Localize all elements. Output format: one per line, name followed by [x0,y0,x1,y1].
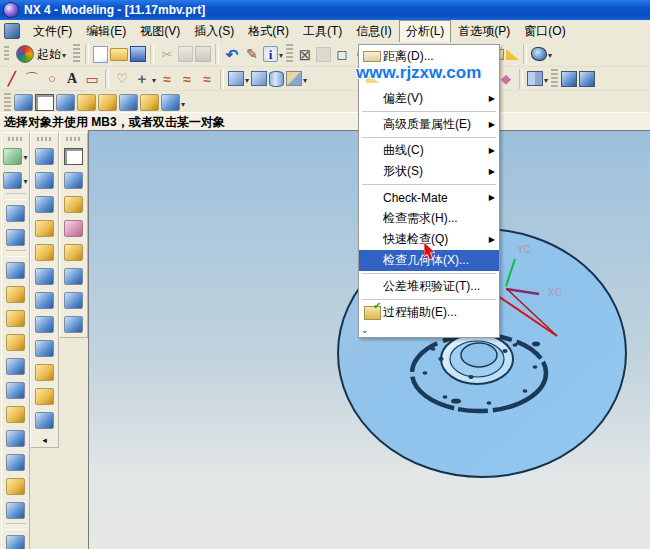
menu-item-process-aid[interactable]: 过程辅助(E)... ▶ [359,302,499,323]
menubar-item[interactable]: 分析(L) [399,20,452,43]
assembly-navigator-icon[interactable] [61,169,87,191]
chamfer-icon[interactable] [3,532,29,549]
trim-body-icon[interactable] [3,451,29,473]
toolbar-grip[interactable] [66,137,82,141]
assembly-icon[interactable] [578,69,596,89]
menubar-item[interactable]: 视图(V) [133,20,187,43]
component-pattern-icon[interactable] [34,93,55,113]
shaded-view-icon[interactable] [315,44,332,64]
zoom-region-icon[interactable] [332,44,352,64]
reuse-library-icon[interactable] [61,193,87,215]
boss-icon[interactable] [3,307,29,329]
collapse-toolbar-arrow[interactable]: ◂ [32,433,58,447]
copy-icon[interactable] [177,44,194,64]
snap-point-button[interactable] [3,169,29,191]
hole-icon[interactable] [3,283,29,305]
menu-item-tolerance-stackup-validation[interactable]: 公差堆积验证(T)... ▶ [359,276,499,297]
menu-item-advanced-mass-properties[interactable]: 高级质量属性(E) ▶ [359,114,499,135]
menu-item-curve[interactable]: 曲线(C) ▶ [359,140,499,161]
menu-item-shape[interactable]: 形状(S) ▶ [359,161,499,182]
solid-body-icon[interactable] [560,69,578,89]
menu-item-check-mate[interactable]: Check-Mate ▶ [359,187,499,208]
menubar-item[interactable]: 工具(T) [296,20,349,43]
replace-component-icon[interactable] [97,93,118,113]
sweep-feature-icon[interactable] [32,193,58,215]
studio-spline-icon[interactable] [177,69,197,89]
sew-icon[interactable] [32,409,58,431]
menu-item-check-requirement[interactable]: 检查需求(H)... ▶ [359,208,499,229]
toolbar-grip[interactable] [4,46,9,62]
selection-filter-button[interactable] [3,145,29,167]
mirror-feature-icon[interactable] [526,69,549,89]
shell-icon[interactable] [3,427,29,449]
menubar-item[interactable]: 格式(R) [241,20,296,43]
save-icon[interactable] [129,44,147,64]
direct-sketch-icon[interactable] [242,44,262,64]
rectangle-icon[interactable] [82,69,102,89]
menubar-item[interactable]: 文件(F) [26,20,79,43]
fit-view-icon[interactable] [295,44,315,64]
revolve-icon[interactable] [250,69,268,89]
information-icon[interactable] [262,44,284,64]
menubar-item[interactable]: 首选项(P) [451,20,517,43]
menubar-item[interactable]: 信息(I) [349,20,398,43]
menu-item-deviation[interactable]: 偏差(V) ▶ [359,88,499,109]
circle-icon[interactable] [42,69,62,89]
expression-icon[interactable] [3,379,29,401]
new-file-icon[interactable] [92,44,109,64]
text-icon[interactable] [62,69,82,89]
assembly-constraint-icon[interactable] [13,93,34,113]
sketch-icon[interactable] [3,202,29,224]
extrude-icon[interactable] [227,69,250,89]
pad-icon[interactable] [3,355,29,377]
tool-palette-icon[interactable] [61,241,87,263]
roles-icon[interactable] [61,289,87,311]
fit-spline-icon[interactable] [197,69,217,89]
cut-icon[interactable] [157,44,177,64]
spline-icon[interactable] [157,69,177,89]
collapse-toolbar-arrow[interactable]: ◂ [61,337,87,338]
pocket-icon[interactable] [3,331,29,353]
offset-surface-icon[interactable] [32,337,58,359]
n-sided-surface-icon[interactable] [32,313,58,335]
sphere-icon[interactable] [3,226,29,248]
profile-icon[interactable] [112,69,132,89]
menubar-item[interactable]: 编辑(E) [79,20,133,43]
undo-icon[interactable] [222,44,242,64]
block-icon[interactable] [3,259,29,281]
web-browser-icon[interactable] [61,265,87,287]
cylinder-icon[interactable] [268,69,285,89]
add-component-icon[interactable] [55,93,76,113]
datum-axis-icon[interactable] [132,69,157,89]
extrude-feature-icon[interactable] [32,145,58,167]
blend-icon[interactable] [3,499,29,521]
mating-condition-icon[interactable] [118,93,139,113]
bounded-plane-icon[interactable] [32,361,58,383]
exploded-view-icon[interactable] [139,93,160,113]
toolbar-grip[interactable] [37,137,53,141]
open-file-icon[interactable] [109,44,129,64]
system-materials-icon[interactable] [61,313,87,335]
menubar-item[interactable]: 插入(S) [187,20,241,43]
menu-expand-chevron[interactable]: ⌄ ▶ [359,323,499,336]
swept-icon[interactable] [32,265,58,287]
menubar-item[interactable]: 窗口(O) [517,20,572,43]
toolbar-grip[interactable] [8,137,24,141]
thicken-icon[interactable] [32,385,58,407]
section-surface-icon[interactable] [32,289,58,311]
history-icon[interactable] [61,217,87,239]
groove-icon[interactable] [3,403,29,425]
move-component-icon[interactable] [76,93,97,113]
measure-angle-icon[interactable] [505,44,520,64]
arc-icon[interactable] [22,69,42,89]
paste-icon[interactable] [194,44,212,64]
ruled-surface-icon[interactable] [32,217,58,239]
measure-body-icon[interactable] [530,44,553,64]
split-body-icon[interactable] [3,475,29,497]
through-curves-icon[interactable] [32,241,58,263]
line-icon[interactable] [2,69,22,89]
part-navigator-icon[interactable] [61,145,87,167]
wave-link-icon[interactable] [160,93,186,113]
boolean-icon[interactable] [285,69,308,89]
start-button[interactable]: 起始 [11,44,71,64]
